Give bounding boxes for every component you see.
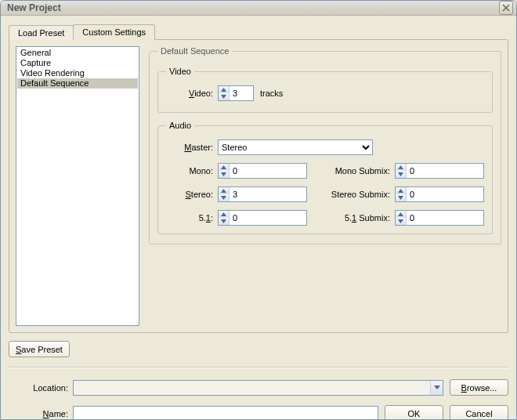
video-group: Video Video: tracks	[157, 67, 493, 113]
spin-down-icon[interactable]	[396, 194, 406, 201]
fiveone-submix-spinner[interactable]	[395, 210, 484, 226]
fiveone-submix-input[interactable]	[407, 211, 430, 225]
ok-button[interactable]: OK	[385, 405, 443, 420]
close-icon	[502, 4, 510, 12]
tab-row: Load Preset Custom Settings	[9, 24, 508, 39]
spin-down-icon[interactable]	[219, 218, 229, 225]
category-tree[interactable]: General Capture Video Rendering Default …	[16, 46, 139, 326]
stereo-submix-input[interactable]	[407, 187, 430, 201]
titlebar: New Project	[1, 1, 516, 16]
default-sequence-group: Default Sequence Video Video:	[149, 46, 501, 244]
video-tracks-suffix: tracks	[260, 89, 283, 98]
tree-item-video-rendering[interactable]: Video Rendering	[17, 68, 138, 78]
tab-custom-settings[interactable]: Custom Settings	[73, 24, 155, 40]
location-input[interactable]	[74, 381, 430, 395]
mono-submix-spinner[interactable]	[395, 163, 484, 179]
cancel-button[interactable]: Cancel	[450, 405, 508, 420]
spin-up-icon[interactable]	[219, 164, 229, 171]
spin-down-icon[interactable]	[219, 171, 229, 178]
stereo-submix-spinner[interactable]	[395, 186, 484, 202]
location-label: Location:	[9, 383, 68, 393]
separator	[9, 367, 508, 368]
name-input[interactable]	[73, 406, 378, 421]
stereo-label: Stereo:	[166, 190, 213, 199]
spin-down-icon[interactable]	[219, 93, 229, 100]
chevron-down-icon[interactable]	[430, 381, 443, 395]
window-title: New Project	[7, 2, 499, 13]
save-preset-button[interactable]: Save Preset	[9, 341, 70, 357]
audio-group: Audio Master: Stereo Mono:	[157, 121, 493, 234]
stereo-submix-label: Stereo Submix:	[312, 190, 390, 199]
video-legend: Video	[166, 67, 194, 76]
video-tracks-spinner[interactable]	[218, 85, 254, 101]
mono-label: Mono:	[166, 166, 213, 176]
spin-up-icon[interactable]	[396, 211, 406, 218]
stereo-input[interactable]	[230, 187, 253, 201]
tree-item-capture[interactable]: Capture	[17, 58, 138, 68]
default-sequence-legend: Default Sequence	[157, 46, 232, 56]
settings-pane: Default Sequence Video Video:	[149, 46, 501, 326]
tree-item-default-sequence[interactable]: Default Sequence	[17, 78, 138, 89]
spin-down-icon[interactable]	[219, 194, 229, 201]
name-label: Name:	[9, 409, 68, 418]
tab-content: General Capture Video Rendering Default …	[9, 39, 508, 333]
spin-up-icon[interactable]	[396, 187, 406, 194]
spin-up-icon[interactable]	[219, 187, 229, 194]
fiveone-label: 5.1:	[166, 213, 213, 223]
spin-down-icon[interactable]	[396, 171, 406, 178]
mono-submix-label: Mono Submix:	[312, 166, 390, 176]
location-combo[interactable]	[73, 380, 443, 396]
spin-down-icon[interactable]	[396, 218, 406, 225]
mono-spinner[interactable]	[218, 163, 307, 179]
video-tracks-input[interactable]	[230, 86, 253, 100]
tree-item-general[interactable]: General	[17, 48, 138, 58]
tab-load-preset[interactable]: Load Preset	[9, 25, 74, 40]
video-tracks-label: Video:	[166, 89, 213, 98]
browse-button[interactable]: Browse...	[450, 379, 508, 396]
close-button[interactable]	[499, 1, 513, 15]
new-project-dialog: New Project Load Preset Custom Settings …	[0, 0, 517, 420]
spin-up-icon[interactable]	[396, 164, 406, 171]
audio-legend: Audio	[166, 121, 194, 130]
fiveone-submix-label: 5.1 Submix:	[312, 213, 390, 223]
fiveone-input[interactable]	[230, 211, 253, 225]
master-label: Master:	[166, 143, 213, 152]
fiveone-spinner[interactable]	[218, 210, 307, 226]
mono-submix-input[interactable]	[407, 164, 430, 178]
stereo-spinner[interactable]	[218, 186, 307, 202]
spin-up-icon[interactable]	[219, 86, 229, 93]
spin-up-icon[interactable]	[219, 211, 229, 218]
master-combo[interactable]: Stereo	[218, 139, 373, 155]
mono-input[interactable]	[230, 164, 253, 178]
